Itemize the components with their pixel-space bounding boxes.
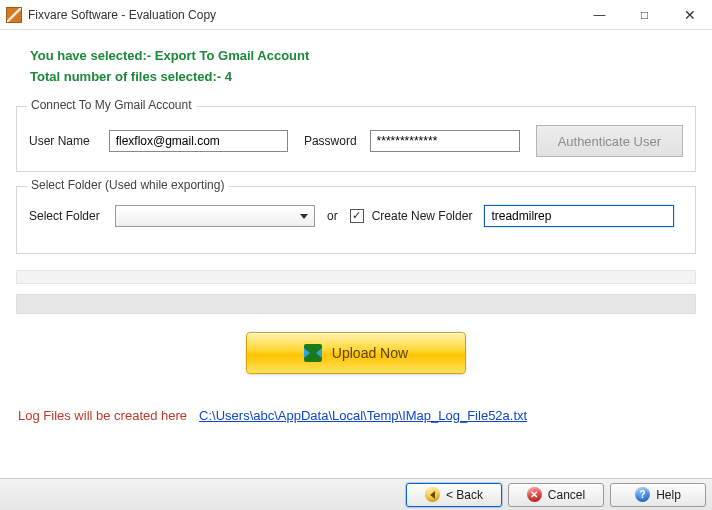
back-button[interactable]: < Back (406, 483, 502, 507)
back-button-label: < Back (446, 488, 483, 502)
cancel-button-label: Cancel (548, 488, 585, 502)
file-count-line: Total number of files selected:- 4 (30, 69, 696, 84)
log-prefix: Log Files will be created here (18, 408, 187, 423)
new-folder-input[interactable] (484, 205, 674, 227)
username-label: User Name (29, 134, 101, 148)
create-folder-label: Create New Folder (372, 209, 473, 223)
authenticate-button[interactable]: Authenticate User (536, 125, 683, 157)
select-folder-legend: Select Folder (Used while exporting) (27, 178, 228, 192)
log-path-link[interactable]: C:\Users\abc\AppData\Local\Temp\IMap_Log… (199, 408, 527, 423)
help-icon: ? (635, 487, 650, 502)
chevron-down-icon (300, 214, 308, 219)
title-bar: Fixvare Software - Evaluation Copy — □ ✕ (0, 0, 712, 30)
connect-legend: Connect To My Gmail Account (27, 98, 196, 112)
select-folder-label: Select Folder (29, 209, 107, 223)
help-button[interactable]: ? Help (610, 483, 706, 507)
maximize-button[interactable]: □ (622, 0, 667, 30)
selected-export-line: You have selected:- Export To Gmail Acco… (30, 48, 696, 63)
app-icon (6, 7, 22, 23)
window-title: Fixvare Software - Evaluation Copy (28, 8, 216, 22)
cancel-icon: ✕ (527, 487, 542, 502)
or-label: or (327, 209, 338, 223)
username-input[interactable] (109, 130, 288, 152)
close-button[interactable]: ✕ (667, 0, 712, 30)
password-label: Password (304, 134, 362, 148)
minimize-button[interactable]: — (577, 0, 622, 30)
content-area: You have selected:- Export To Gmail Acco… (0, 30, 712, 478)
cancel-button[interactable]: ✕ Cancel (508, 483, 604, 507)
password-input[interactable] (370, 130, 520, 152)
progress-small (16, 270, 696, 284)
select-folder-dropdown[interactable] (115, 205, 315, 227)
footer-bar: < Back ✕ Cancel ? Help (0, 478, 712, 510)
back-arrow-icon (425, 487, 440, 502)
upload-now-button[interactable]: Upload Now (246, 332, 466, 374)
create-folder-checkbox[interactable] (350, 209, 364, 223)
upload-button-label: Upload Now (332, 345, 408, 361)
progress-large (16, 294, 696, 314)
upload-icon (304, 344, 322, 362)
select-folder-group: Select Folder (Used while exporting) Sel… (16, 186, 696, 254)
connect-gmail-group: Connect To My Gmail Account User Name Pa… (16, 106, 696, 172)
log-info-line: Log Files will be created here C:\Users\… (16, 408, 696, 423)
help-button-label: Help (656, 488, 681, 502)
